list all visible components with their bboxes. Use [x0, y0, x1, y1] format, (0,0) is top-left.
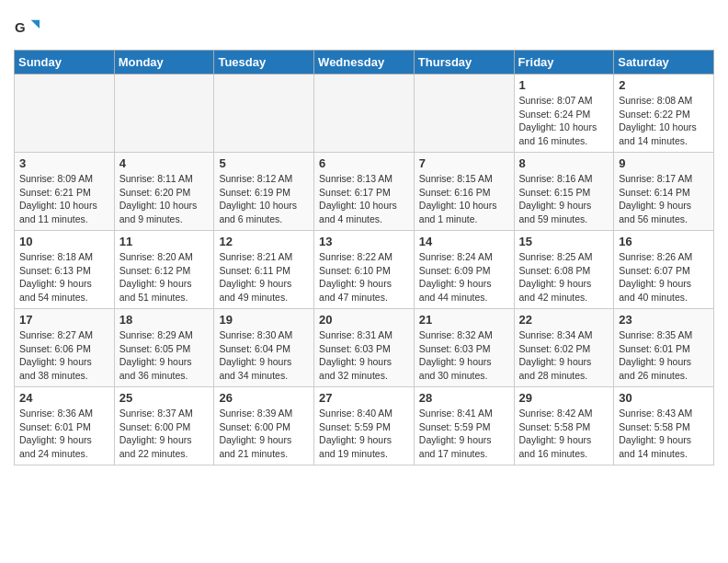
calendar-day-cell: 22Sunrise: 8:34 AMSunset: 6:02 PMDayligh… [514, 309, 614, 387]
day-number: 20 [319, 313, 409, 327]
calendar-day-cell: 10Sunrise: 8:18 AMSunset: 6:13 PMDayligh… [15, 231, 115, 309]
calendar-day-cell [314, 75, 415, 153]
calendar-day-cell [114, 75, 214, 153]
calendar-week-row: 17Sunrise: 8:27 AMSunset: 6:06 PMDayligh… [15, 309, 714, 387]
day-number: 27 [319, 391, 409, 405]
svg-text:G: G [15, 19, 26, 35]
calendar-day-header: Friday [514, 51, 614, 75]
day-info: Sunrise: 8:18 AMSunset: 6:13 PMDaylight:… [19, 250, 109, 304]
day-info: Sunrise: 8:16 AMSunset: 6:15 PMDaylight:… [519, 172, 609, 226]
day-info: Sunrise: 8:39 AMSunset: 6:00 PMDaylight:… [219, 407, 309, 461]
day-info: Sunrise: 8:26 AMSunset: 6:07 PMDaylight:… [619, 250, 709, 304]
calendar-day-cell: 8Sunrise: 8:16 AMSunset: 6:15 PMDaylight… [514, 153, 614, 231]
day-info: Sunrise: 8:36 AMSunset: 6:01 PMDaylight:… [19, 407, 109, 461]
calendar-day-header: Thursday [414, 51, 514, 75]
calendar-week-row: 1Sunrise: 8:07 AMSunset: 6:24 PMDaylight… [15, 75, 714, 153]
day-number: 12 [219, 235, 309, 248]
day-info: Sunrise: 8:30 AMSunset: 6:04 PMDaylight:… [219, 328, 309, 383]
day-info: Sunrise: 8:42 AMSunset: 5:58 PMDaylight:… [519, 407, 609, 461]
logo: G [14, 17, 43, 42]
calendar-day-cell: 11Sunrise: 8:20 AMSunset: 6:12 PMDayligh… [114, 231, 214, 309]
calendar-day-header: Sunday [15, 51, 115, 75]
day-number: 4 [119, 156, 210, 170]
page: G SundayMondayTuesdayWednesdayThursdayFr… [0, 0, 728, 479]
day-info: Sunrise: 8:27 AMSunset: 6:06 PMDaylight:… [19, 328, 109, 383]
day-info: Sunrise: 8:25 AMSunset: 6:08 PMDaylight:… [519, 250, 609, 304]
day-number: 8 [519, 156, 609, 170]
calendar-day-cell: 4Sunrise: 8:11 AMSunset: 6:20 PMDaylight… [114, 153, 214, 231]
day-number: 24 [19, 391, 109, 405]
day-info: Sunrise: 8:07 AMSunset: 6:24 PMDaylight:… [519, 94, 609, 148]
day-info: Sunrise: 8:35 AMSunset: 6:01 PMDaylight:… [619, 328, 709, 383]
day-number: 9 [619, 156, 709, 170]
day-number: 21 [419, 313, 509, 327]
calendar-day-cell: 13Sunrise: 8:22 AMSunset: 6:10 PMDayligh… [314, 231, 415, 309]
day-info: Sunrise: 8:37 AMSunset: 6:00 PMDaylight:… [119, 407, 210, 461]
logo-icon: G [14, 17, 40, 42]
calendar-week-row: 24Sunrise: 8:36 AMSunset: 6:01 PMDayligh… [15, 387, 714, 465]
day-number: 5 [219, 156, 309, 170]
day-info: Sunrise: 8:08 AMSunset: 6:22 PMDaylight:… [619, 94, 709, 148]
calendar-day-cell: 6Sunrise: 8:13 AMSunset: 6:17 PMDaylight… [314, 153, 415, 231]
day-info: Sunrise: 8:20 AMSunset: 6:12 PMDaylight:… [119, 250, 210, 304]
calendar-day-cell: 19Sunrise: 8:30 AMSunset: 6:04 PMDayligh… [214, 309, 314, 387]
day-number: 23 [619, 313, 709, 327]
day-number: 14 [419, 235, 509, 248]
day-info: Sunrise: 8:34 AMSunset: 6:02 PMDaylight:… [519, 328, 609, 383]
calendar-day-cell: 15Sunrise: 8:25 AMSunset: 6:08 PMDayligh… [514, 231, 614, 309]
calendar-day-cell: 18Sunrise: 8:29 AMSunset: 6:05 PMDayligh… [114, 309, 214, 387]
day-number: 6 [319, 156, 409, 170]
day-number: 3 [19, 156, 109, 170]
day-number: 17 [19, 313, 109, 327]
calendar-day-cell: 30Sunrise: 8:43 AMSunset: 5:58 PMDayligh… [614, 387, 714, 465]
calendar-day-cell: 16Sunrise: 8:26 AMSunset: 6:07 PMDayligh… [614, 231, 714, 309]
day-info: Sunrise: 8:12 AMSunset: 6:19 PMDaylight:… [219, 172, 309, 226]
day-number: 11 [119, 235, 210, 248]
day-number: 30 [619, 391, 709, 405]
day-number: 2 [619, 78, 709, 92]
calendar-day-cell: 2Sunrise: 8:08 AMSunset: 6:22 PMDaylight… [614, 75, 714, 153]
calendar-day-cell: 29Sunrise: 8:42 AMSunset: 5:58 PMDayligh… [514, 387, 614, 465]
calendar-day-header: Monday [114, 51, 214, 75]
calendar-day-cell: 1Sunrise: 8:07 AMSunset: 6:24 PMDaylight… [514, 75, 614, 153]
calendar-week-row: 10Sunrise: 8:18 AMSunset: 6:13 PMDayligh… [15, 231, 714, 309]
day-info: Sunrise: 8:32 AMSunset: 6:03 PMDaylight:… [419, 328, 509, 383]
day-info: Sunrise: 8:41 AMSunset: 5:59 PMDaylight:… [419, 407, 509, 461]
calendar-day-cell: 20Sunrise: 8:31 AMSunset: 6:03 PMDayligh… [314, 309, 415, 387]
day-number: 22 [519, 313, 609, 327]
calendar-day-cell: 27Sunrise: 8:40 AMSunset: 5:59 PMDayligh… [314, 387, 415, 465]
day-info: Sunrise: 8:31 AMSunset: 6:03 PMDaylight:… [319, 328, 409, 383]
day-info: Sunrise: 8:09 AMSunset: 6:21 PMDaylight:… [19, 172, 109, 226]
calendar-table: SundayMondayTuesdayWednesdayThursdayFrid… [14, 50, 714, 465]
calendar-day-header: Wednesday [314, 51, 415, 75]
svg-marker-2 [31, 20, 40, 29]
day-info: Sunrise: 8:29 AMSunset: 6:05 PMDaylight:… [119, 328, 210, 383]
calendar-header-row: SundayMondayTuesdayWednesdayThursdayFrid… [15, 51, 714, 75]
day-info: Sunrise: 8:40 AMSunset: 5:59 PMDaylight:… [319, 407, 409, 461]
calendar-day-cell: 24Sunrise: 8:36 AMSunset: 6:01 PMDayligh… [15, 387, 115, 465]
calendar-day-cell: 28Sunrise: 8:41 AMSunset: 5:59 PMDayligh… [414, 387, 514, 465]
header: G [14, 9, 714, 42]
calendar-day-cell [15, 75, 115, 153]
day-number: 16 [619, 235, 709, 248]
calendar-day-cell: 5Sunrise: 8:12 AMSunset: 6:19 PMDaylight… [214, 153, 314, 231]
calendar-week-row: 3Sunrise: 8:09 AMSunset: 6:21 PMDaylight… [15, 153, 714, 231]
calendar-day-cell [414, 75, 514, 153]
day-number: 28 [419, 391, 509, 405]
day-info: Sunrise: 8:17 AMSunset: 6:14 PMDaylight:… [619, 172, 709, 226]
day-info: Sunrise: 8:43 AMSunset: 5:58 PMDaylight:… [619, 407, 709, 461]
day-number: 29 [519, 391, 609, 405]
day-number: 19 [219, 313, 309, 327]
calendar-day-cell: 23Sunrise: 8:35 AMSunset: 6:01 PMDayligh… [614, 309, 714, 387]
calendar-day-cell: 12Sunrise: 8:21 AMSunset: 6:11 PMDayligh… [214, 231, 314, 309]
day-number: 25 [119, 391, 210, 405]
day-info: Sunrise: 8:11 AMSunset: 6:20 PMDaylight:… [119, 172, 210, 226]
day-number: 26 [219, 391, 309, 405]
calendar-day-cell: 25Sunrise: 8:37 AMSunset: 6:00 PMDayligh… [114, 387, 214, 465]
calendar-day-cell: 17Sunrise: 8:27 AMSunset: 6:06 PMDayligh… [15, 309, 115, 387]
day-info: Sunrise: 8:22 AMSunset: 6:10 PMDaylight:… [319, 250, 409, 304]
calendar-day-cell [214, 75, 314, 153]
day-number: 18 [119, 313, 210, 327]
calendar-day-cell: 21Sunrise: 8:32 AMSunset: 6:03 PMDayligh… [414, 309, 514, 387]
calendar-day-cell: 7Sunrise: 8:15 AMSunset: 6:16 PMDaylight… [414, 153, 514, 231]
